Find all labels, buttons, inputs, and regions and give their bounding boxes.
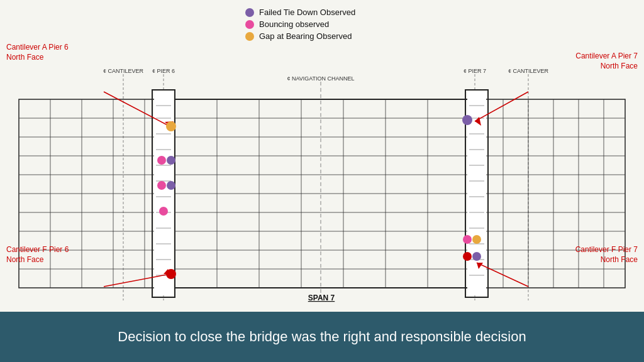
- svg-text:¢ CANTILEVER: ¢ CANTILEVER: [103, 68, 144, 74]
- label-cantilever-f-pier7: Cantilever F Pier 7North Face: [575, 245, 638, 265]
- legend: Failed Tie Down Observed Bouncing observ…: [245, 8, 355, 41]
- svg-point-96: [167, 181, 175, 190]
- gap-bearing-dot: [245, 32, 254, 41]
- legend-failed-tie-down: Failed Tie Down Observed: [245, 8, 355, 17]
- svg-point-99: [462, 115, 472, 125]
- svg-point-94: [167, 156, 175, 165]
- gap-bearing-label: Gap at Bearing Observed: [259, 31, 352, 41]
- bouncing-dot: [245, 20, 254, 29]
- svg-point-93: [157, 156, 166, 165]
- label-cantilever-f-pier6: Cantilever F Pier 6North Face: [6, 245, 69, 265]
- label-cantilever-a-pier6: Cantilever A Pier 6North Face: [6, 43, 69, 62]
- main-container: Failed Tie Down Observed Bouncing observ…: [0, 0, 644, 362]
- svg-point-98: [166, 269, 176, 279]
- svg-text:¢ PIER 6: ¢ PIER 6: [152, 68, 175, 74]
- svg-point-100: [463, 235, 472, 244]
- diagram-area: Failed Tie Down Observed Bouncing observ…: [0, 0, 644, 312]
- failed-tie-down-dot: [245, 8, 254, 17]
- svg-point-95: [157, 181, 166, 190]
- bouncing-label: Bouncing observed: [259, 19, 329, 29]
- legend-gap-bearing: Gap at Bearing Observed: [245, 31, 355, 41]
- caption-text: Decision to close the bridge was the rig…: [118, 329, 526, 345]
- svg-text:¢ CANTILEVER: ¢ CANTILEVER: [508, 68, 549, 74]
- svg-point-97: [159, 207, 168, 216]
- legend-bouncing: Bouncing observed: [245, 19, 355, 29]
- svg-text:¢ PIER 7: ¢ PIER 7: [464, 68, 486, 74]
- label-cantilever-a-pier7: Cantilever A Pier 7North Face: [575, 52, 638, 71]
- svg-text:¢ NAVIGATION CHANNEL: ¢ NAVIGATION CHANNEL: [287, 75, 354, 82]
- caption-bar: Decision to close the bridge was the rig…: [0, 312, 644, 362]
- svg-point-103: [472, 252, 481, 261]
- bridge-diagram: ¢ CANTILEVER ¢ PIER 6 ¢ NAVIGATION CHANN…: [0, 31, 644, 312]
- failed-tie-down-label: Failed Tie Down Observed: [259, 8, 355, 17]
- svg-point-92: [166, 121, 176, 131]
- svg-point-101: [472, 235, 481, 244]
- svg-text:SPAN 7: SPAN 7: [308, 293, 335, 302]
- svg-point-102: [463, 252, 472, 261]
